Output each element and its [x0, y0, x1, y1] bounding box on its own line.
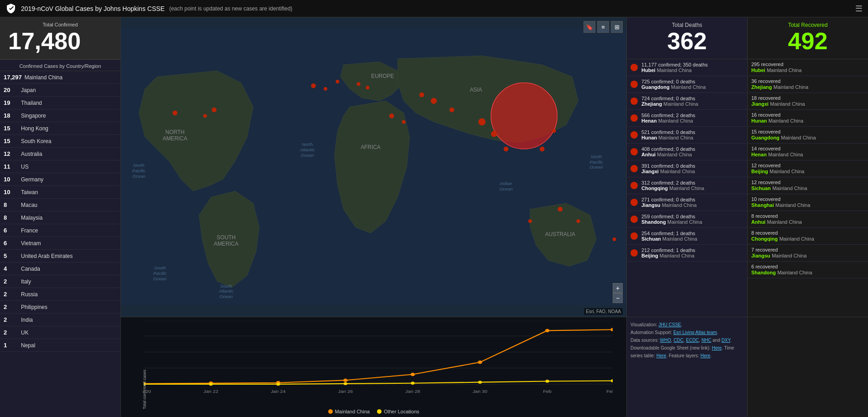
deaths-info-name: Jiangsu Mainland China — [641, 202, 744, 208]
country-count: 11 — [4, 163, 18, 170]
deaths-info-name: Anhui Mainland China — [641, 152, 744, 157]
recovered-item-region: Mainland China — [768, 152, 803, 157]
svg-point-37 — [491, 131, 497, 137]
deaths-info-count: 254 confirmed; 1 deaths — [641, 231, 744, 236]
deaths-info-count: 566 confirmed; 2 deaths — [641, 113, 744, 118]
map-credit: Esri, FAO, NOAA — [584, 308, 623, 315]
esri-link[interactable]: Esri Living Atlas team — [673, 330, 717, 335]
zoom-out-button[interactable]: − — [613, 293, 623, 303]
country-name: France — [21, 227, 38, 234]
recovered-list-item: 36 recovered Zhejiang Mainland China — [748, 76, 868, 93]
country-name: Germany — [21, 176, 43, 183]
sidebar-item: 12Australia — [0, 148, 120, 160]
recovered-list-item: 12 recovered Beijing Mainland China — [748, 160, 868, 177]
recovered-item-count: 12 recovered — [751, 180, 864, 185]
recovered-item-location: Anhui Mainland China — [751, 219, 864, 225]
svg-text:Jan 22: Jan 22 — [203, 389, 218, 394]
jhu-csse-link[interactable]: JHU CSSE — [659, 322, 681, 327]
deaths-dot — [630, 216, 638, 223]
svg-point-33 — [419, 93, 424, 98]
timeseries-link[interactable]: Here — [656, 353, 666, 358]
deaths-list-item: 566 confirmed; 2 deaths Henan Mainland C… — [627, 110, 747, 127]
svg-point-83 — [611, 379, 613, 382]
zoom-in-button[interactable]: + — [613, 283, 623, 293]
ecdc-link[interactable]: ECDC — [686, 338, 699, 343]
country-name: Russia — [21, 291, 38, 298]
deaths-dot — [630, 232, 638, 240]
attribution: Visualization: JHU CSSE. Automation Supp… — [626, 317, 747, 417]
chart-legend: Mainland China Other Locations — [328, 409, 419, 414]
country-name: Philippines — [21, 304, 47, 310]
country-name: United Arab Emirates — [21, 253, 72, 259]
svg-point-41 — [558, 207, 563, 212]
svg-text:Atlantic: Atlantic — [300, 147, 315, 152]
sheet-link[interactable]: Here — [712, 345, 722, 350]
deaths-list: 11,177 confirmed; 350 deaths Hubei Mainl… — [627, 59, 747, 317]
deaths-info-name: Henan Mainland China — [641, 118, 744, 124]
deaths-dot — [630, 114, 638, 122]
recovered-item-count: 6 recovered — [751, 264, 864, 269]
svg-text:AMERICA: AMERICA — [214, 241, 238, 247]
sidebar-item: 20Japan — [0, 84, 120, 97]
list-view-button[interactable]: ≡ — [597, 21, 609, 33]
deaths-info: 391 confirmed; 0 deaths Jiangxi Mainland… — [641, 163, 744, 174]
country-count: 10 — [4, 176, 18, 183]
svg-text:North: North — [134, 163, 145, 168]
sidebar-item: 2UK — [0, 326, 120, 339]
menu-button[interactable]: ☰ — [855, 4, 863, 14]
sidebar-item: 2Italy — [0, 275, 120, 288]
recovered-item-location: Shandong Mainland China — [751, 269, 864, 276]
svg-text:Ocean: Ocean — [301, 153, 315, 158]
svg-point-28 — [311, 83, 316, 88]
recovered-item-location: Henan Mainland China — [751, 151, 864, 158]
header: 2019-nCoV Global Cases by Johns Hopkins … — [0, 0, 868, 17]
country-name: Hong Kong — [21, 125, 48, 132]
recovered-item-region: Mainland China — [774, 84, 808, 90]
recovered-item-name: Anhui — [751, 219, 765, 225]
recovered-item-location: Hubei Mainland China — [751, 67, 864, 73]
recovered-bottom — [747, 317, 868, 417]
recovered-item-region: Mainland China — [767, 219, 802, 225]
recovered-item-count: 295 recovered — [751, 62, 864, 67]
svg-point-36 — [478, 118, 486, 126]
svg-point-46 — [389, 113, 394, 118]
bookmark-button[interactable]: 🔖 — [584, 21, 595, 33]
recovered-item-location: Jiangsu Mainland China — [751, 252, 864, 259]
deaths-info: 566 confirmed; 2 deaths Henan Mainland C… — [641, 113, 744, 124]
country-count: 18 — [4, 112, 18, 119]
recovered-item-name: Hubei — [751, 67, 765, 73]
svg-text:Indian: Indian — [500, 181, 512, 186]
recovered-item-location: Guangdong Mainland China — [751, 134, 864, 141]
recovered-item-location: Sichuan Mainland China — [751, 185, 864, 191]
sidebar: Total Confirmed 17,480 Confirmed Cases b… — [0, 17, 121, 417]
recovered-item-count: 8 recovered — [751, 213, 864, 219]
svg-text:Ocean: Ocean — [589, 165, 603, 170]
nhc-link[interactable]: NHC — [702, 338, 712, 343]
country-count: 8 — [4, 214, 18, 221]
map-container[interactable]: NORTH AMERICA SOUTH AMERICA AFRICA ASIA … — [121, 17, 626, 317]
other-legend-dot — [377, 409, 382, 414]
recovered-item-location: Zhejiang Mainland China — [751, 84, 864, 90]
svg-point-47 — [402, 120, 406, 124]
deaths-list-item: 271 confirmed; 0 deaths Jiangsu Mainland… — [627, 194, 747, 211]
feature-link[interactable]: Here — [700, 353, 710, 358]
svg-text:NORTH: NORTH — [165, 129, 185, 135]
deaths-info: 725 confirmed; 0 deaths Guangdong Mainla… — [641, 79, 744, 90]
dxy-link[interactable]: DXY — [722, 338, 730, 343]
map-toolbar: 🔖 ≡ ⊞ — [584, 21, 623, 33]
deaths-list-item: 725 confirmed; 0 deaths Guangdong Mainla… — [627, 76, 747, 93]
deaths-info-name: Jiangxi Mainland China — [641, 169, 744, 174]
svg-text:Ocean: Ocean — [219, 294, 233, 299]
svg-point-30 — [336, 80, 339, 83]
svg-text:South: South — [220, 283, 232, 288]
deaths-list-item: 391 confirmed; 0 deaths Jiangxi Mainland… — [627, 160, 747, 177]
recovered-item-region: Mainland China — [777, 270, 812, 275]
grid-view-button[interactable]: ⊞ — [611, 21, 623, 33]
svg-text:AUSTRALIA: AUSTRALIA — [545, 231, 575, 237]
who-link[interactable]: WHO — [660, 338, 671, 343]
world-map: NORTH AMERICA SOUTH AMERICA AFRICA ASIA … — [121, 17, 626, 317]
deaths-info: 259 confirmed; 0 deaths Shandong Mainlan… — [641, 214, 744, 225]
country-name: Macau — [21, 202, 37, 208]
cdc-link[interactable]: CDC — [674, 338, 684, 343]
deaths-info: 271 confirmed; 0 deaths Jiangsu Mainland… — [641, 197, 744, 208]
